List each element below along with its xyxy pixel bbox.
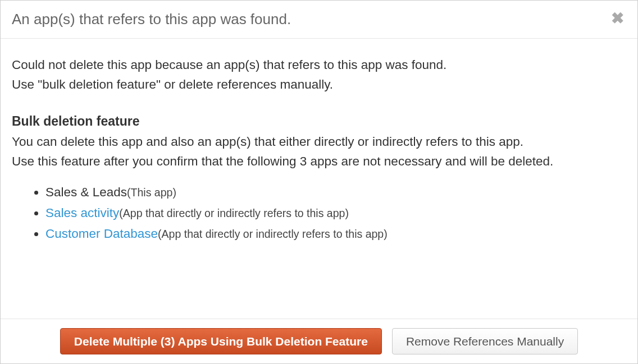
dialog-title: An app(s) that refers to this app was fo…: [12, 11, 291, 28]
list-item: Customer Database(App that directly or i…: [45, 224, 626, 244]
list-item: Sales activity(App that directly or indi…: [45, 204, 626, 223]
dialog-header: An app(s) that refers to this app was fo…: [1, 1, 637, 39]
section-description: You can delete this app and also an app(…: [12, 132, 626, 172]
app-link[interactable]: Customer Database: [45, 227, 158, 241]
remove-references-button[interactable]: Remove References Manually: [392, 328, 578, 354]
intro-line: Use "bulk deletion feature" or delete re…: [12, 75, 626, 95]
app-list: Sales & Leads(This app) Sales activity(A…: [12, 183, 626, 244]
app-note: (This app): [127, 186, 176, 199]
app-name: Sales & Leads: [45, 185, 127, 199]
section-heading: Bulk deletion feature: [12, 112, 626, 132]
desc-line: Use this feature after you confirm that …: [12, 152, 626, 172]
dialog-footer: Delete Multiple (3) Apps Using Bulk Dele…: [1, 319, 637, 363]
dialog-body: Could not delete this app because an app…: [1, 39, 637, 319]
list-item: Sales & Leads(This app): [45, 183, 626, 202]
dialog: An app(s) that refers to this app was fo…: [0, 0, 638, 364]
close-icon[interactable]: ✖: [609, 11, 626, 26]
delete-multiple-button[interactable]: Delete Multiple (3) Apps Using Bulk Dele…: [60, 328, 382, 354]
intro-text: Could not delete this app because an app…: [12, 56, 626, 95]
app-note: (App that directly or indirectly refers …: [119, 207, 349, 219]
app-link[interactable]: Sales activity: [45, 206, 119, 220]
intro-line: Could not delete this app because an app…: [12, 56, 626, 75]
desc-line: You can delete this app and also an app(…: [12, 132, 626, 152]
app-note: (App that directly or indirectly refers …: [158, 228, 388, 240]
